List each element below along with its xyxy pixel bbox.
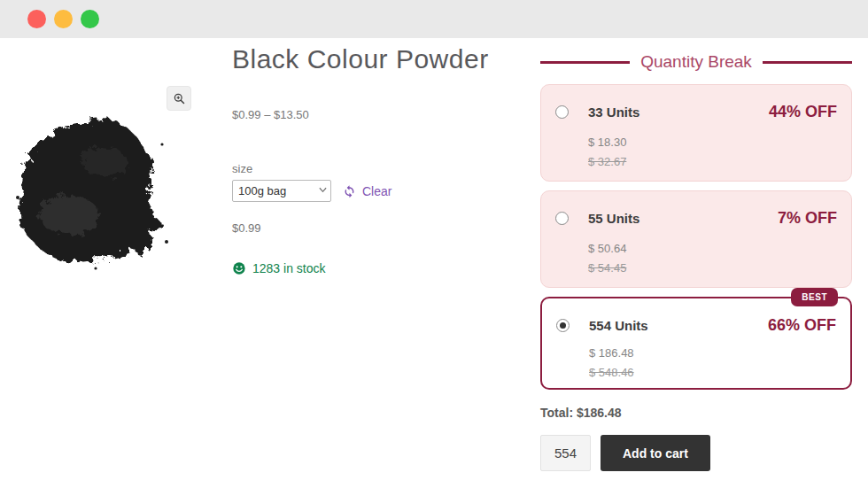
stock-status: 1283 in stock bbox=[232, 261, 507, 275]
page-title: Black Colour Powder bbox=[232, 44, 507, 74]
product-image-black-powder[interactable] bbox=[7, 109, 175, 273]
option-units-label: 55 Units bbox=[588, 211, 639, 226]
quantity-option-55-units[interactable]: 55 Units 7% OFF $ 50.64 $ 54.45 bbox=[540, 190, 852, 288]
quantity-option-33-units[interactable]: 33 Units 44% OFF $ 18.30 $ 32.67 bbox=[540, 84, 852, 182]
quantity-break-header: Quantity Break bbox=[540, 50, 852, 74]
stock-count-text: 1283 in stock bbox=[252, 261, 326, 275]
quantity-break-panel: Quantity Break 33 Units 44% OFF $ 18.30 … bbox=[540, 50, 852, 471]
best-badge: BEST bbox=[791, 288, 838, 306]
smiley-icon bbox=[232, 261, 246, 275]
radio-button[interactable] bbox=[555, 212, 569, 225]
option-price: $ 50.64 bbox=[588, 242, 626, 255]
maximize-window-button[interactable] bbox=[81, 10, 99, 28]
option-units-label: 33 Units bbox=[588, 105, 639, 120]
image-zoom-button[interactable] bbox=[167, 86, 191, 111]
clear-link-label: Clear bbox=[362, 184, 391, 198]
selected-variation-price: $0.99 bbox=[232, 221, 507, 235]
option-original-price: $ 32.67 bbox=[588, 155, 626, 168]
quantity-option-554-units[interactable]: BEST 554 Units 66% OFF $ 186.48 $ 548.46 bbox=[540, 297, 852, 390]
quantity-input[interactable] bbox=[540, 435, 591, 471]
refresh-icon bbox=[342, 183, 357, 198]
total-price: Total: $186.48 bbox=[540, 406, 852, 420]
option-discount-label: 44% OFF bbox=[769, 103, 837, 121]
option-original-price: $ 54.45 bbox=[588, 261, 626, 275]
size-attribute-label: size bbox=[232, 162, 507, 175]
header-divider-right bbox=[763, 61, 852, 64]
option-price: $ 186.48 bbox=[589, 346, 634, 360]
total-value: $186.48 bbox=[577, 406, 622, 420]
product-summary: Black Colour Powder $0.99 – $13.50 size … bbox=[232, 44, 507, 275]
total-label: Total: bbox=[540, 406, 573, 420]
add-to-cart-button[interactable]: Add to cart bbox=[601, 435, 710, 471]
clear-variation-link[interactable]: Clear bbox=[342, 183, 391, 198]
option-discount-label: 7% OFF bbox=[778, 209, 837, 228]
header-divider-left bbox=[540, 61, 630, 64]
product-page: Black Colour Powder $0.99 – $13.50 size … bbox=[0, 38, 868, 488]
option-price: $ 18.30 bbox=[588, 136, 626, 149]
size-select[interactable]: 100g bag bbox=[232, 180, 331, 202]
magnifier-plus-icon bbox=[173, 92, 186, 105]
option-original-price: $ 548.46 bbox=[589, 366, 634, 379]
browser-titlebar bbox=[0, 0, 868, 38]
product-image-area bbox=[5, 74, 196, 277]
radio-button-selected[interactable] bbox=[556, 319, 570, 332]
price-range: $0.99 – $13.50 bbox=[232, 108, 507, 121]
close-window-button[interactable] bbox=[27, 10, 46, 28]
option-discount-label: 66% OFF bbox=[768, 316, 836, 335]
option-units-label: 554 Units bbox=[589, 318, 648, 333]
radio-button[interactable] bbox=[555, 105, 569, 119]
quantity-break-title: Quantity Break bbox=[640, 52, 752, 72]
minimize-window-button[interactable] bbox=[54, 10, 73, 28]
